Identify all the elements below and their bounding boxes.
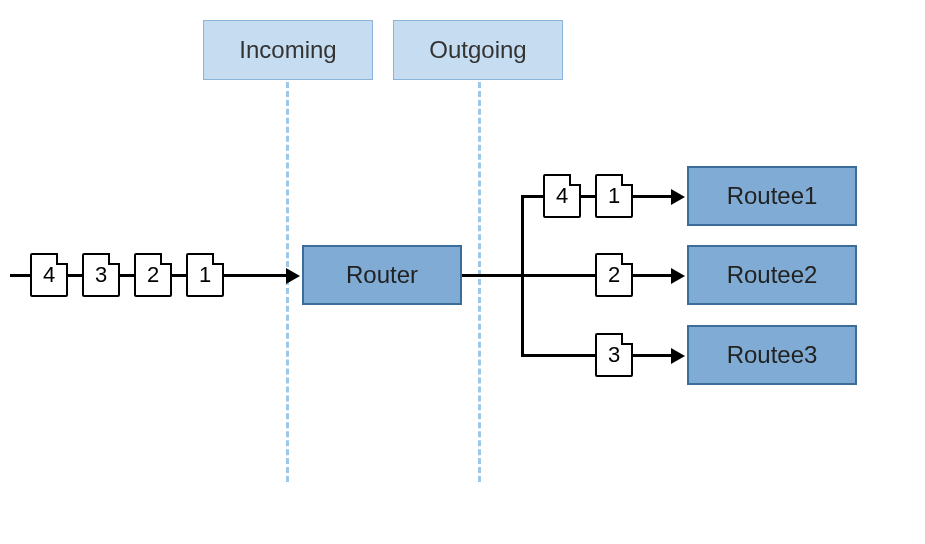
router-text: Router <box>346 261 418 289</box>
routee2-text: Routee2 <box>727 261 818 289</box>
q-conn-1 <box>120 274 134 277</box>
routee1-node: Routee1 <box>687 166 857 226</box>
packet-in-0-val: 4 <box>43 262 55 288</box>
outgoing-label: Outgoing <box>393 20 563 80</box>
packet-r1-1: 1 <box>595 174 633 218</box>
q-conn-0 <box>68 274 82 277</box>
router-out-line <box>462 274 524 277</box>
router-node: Router <box>302 245 462 305</box>
branch2-b <box>633 274 671 277</box>
packet-r1-0: 4 <box>543 174 581 218</box>
outgoing-dash <box>478 82 481 482</box>
arrow-to-router-line <box>224 274 286 277</box>
packet-r2-0: 2 <box>595 253 633 297</box>
arrow-to-router-head <box>286 268 300 284</box>
packet-in-1: 3 <box>82 253 120 297</box>
routee1-text: Routee1 <box>727 182 818 210</box>
branch1-head <box>671 189 685 205</box>
incoming-text: Incoming <box>239 36 336 64</box>
packet-r3-0-val: 3 <box>608 342 620 368</box>
packet-in-1-val: 3 <box>95 262 107 288</box>
packet-in-3: 1 <box>186 253 224 297</box>
packet-r1-0-val: 4 <box>556 183 568 209</box>
outgoing-text: Outgoing <box>429 36 526 64</box>
packet-in-2-val: 2 <box>147 262 159 288</box>
branch3-b <box>633 354 671 357</box>
routee3-node: Routee3 <box>687 325 857 385</box>
branch1-c <box>633 195 671 198</box>
q-conn-2 <box>172 274 186 277</box>
q-conn-start <box>10 274 30 277</box>
packet-r1-1-val: 1 <box>608 183 620 209</box>
packet-r3-0: 3 <box>595 333 633 377</box>
branch1-a <box>521 195 543 198</box>
packet-in-3-val: 1 <box>199 262 211 288</box>
routee2-node: Routee2 <box>687 245 857 305</box>
router-diagram: Incoming Outgoing 4 3 2 1 Router 4 1 <box>0 0 925 544</box>
packet-in-0: 4 <box>30 253 68 297</box>
incoming-label: Incoming <box>203 20 373 80</box>
branch3-head <box>671 348 685 364</box>
routee3-text: Routee3 <box>727 341 818 369</box>
branch2-a <box>521 274 595 277</box>
branch3-a <box>521 354 595 357</box>
packet-in-2: 2 <box>134 253 172 297</box>
branch2-head <box>671 268 685 284</box>
packet-r2-0-val: 2 <box>608 262 620 288</box>
branch1-b <box>581 195 595 198</box>
